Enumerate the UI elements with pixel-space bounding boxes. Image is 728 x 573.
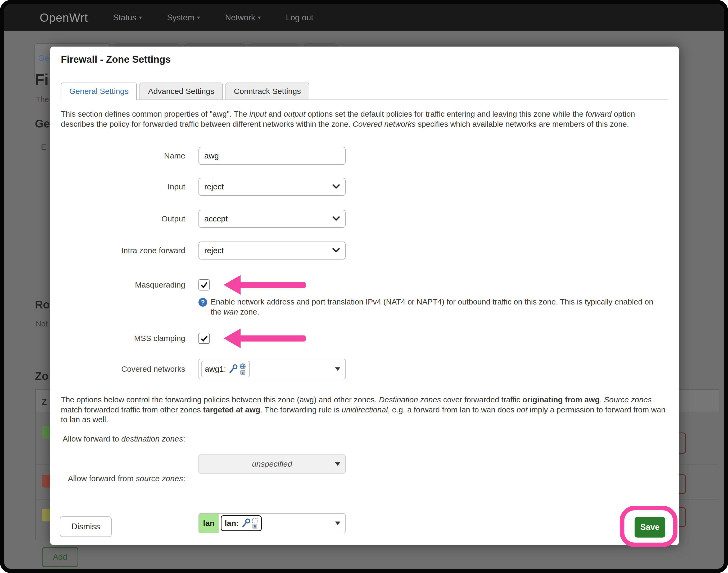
bg-text-fragment: The (36, 95, 49, 104)
chevron-down-icon: ▾ (197, 14, 200, 21)
bg-table-header-fragment: Z (42, 397, 47, 407)
covered-network-token-label: awg1: (205, 365, 226, 373)
modal-title: Firewall - Zone Settings (61, 54, 171, 65)
zone-intro-paragraph: This section defines common properties o… (61, 109, 670, 129)
tab-advanced-settings[interactable]: Advanced Settings (140, 83, 223, 99)
checkmark-icon (200, 281, 208, 289)
chevron-down-icon: ▾ (139, 14, 142, 21)
output-select-value: accept (204, 214, 228, 223)
mss-clamping-checkbox[interactable] (198, 333, 209, 344)
input-label: Input (61, 178, 185, 196)
source-zone-token-input[interactable]: lan: (221, 515, 262, 531)
chevron-down-icon (332, 248, 340, 253)
masquerading-checkbox[interactable] (198, 279, 209, 291)
bg-table-border (35, 389, 36, 540)
bg-section-heading-fragment: Ge (35, 117, 50, 130)
modal-tab-bar: General Settings Advanced Settings Connt… (61, 83, 668, 100)
bg-tab-label-fragment: Ge (38, 53, 49, 63)
help-icon: ? (198, 298, 207, 307)
name-label: Name (61, 147, 185, 165)
covered-networks-combobox[interactable]: awg1: (198, 359, 346, 379)
forward-dest-dropdown[interactable]: unspecified (198, 455, 346, 474)
covered-networks-label: Covered networks (61, 359, 185, 379)
output-select[interactable]: accept (198, 210, 346, 228)
input-select-value: reject (204, 182, 224, 191)
triangle-down-icon (335, 462, 340, 466)
forward-src-combobox[interactable]: lan lan: (198, 513, 346, 533)
bg-text-fragment: E (41, 143, 46, 152)
intra-select-value: reject (204, 246, 224, 255)
source-zone-token-input-label: lan: (225, 519, 239, 528)
intra-zone-forward-label: Intra zone forward (61, 242, 185, 260)
wrench-icon (241, 518, 251, 528)
forward-src-label: Allow forward from source zones: (61, 473, 185, 484)
tab-conntrack-settings[interactable]: Conntrack Settings (226, 83, 309, 99)
annotation-arrow-masquerading (224, 275, 241, 295)
annotation-arrow-masquerading-shaft (240, 282, 306, 288)
input-select[interactable]: reject (198, 178, 346, 196)
bg-text-fragment: Not (36, 320, 48, 328)
zone-settings-modal: Firewall - Zone Settings General Setting… (50, 47, 679, 545)
nav-item-system[interactable]: System▾ (167, 13, 200, 22)
nav-item-status[interactable]: Status▾ (113, 13, 142, 22)
triangle-down-icon (335, 522, 340, 525)
output-label: Output (61, 210, 185, 228)
page-background: OpenWrt Status▾ System▾ Network▾ Log out… (4, 4, 724, 569)
screenshot-stage: OpenWrt Status▾ System▾ Network▾ Log out… (0, 0, 728, 573)
dismiss-button[interactable]: Dismiss (60, 516, 112, 537)
nav-item-network[interactable]: Network▾ (225, 13, 261, 22)
triangle-down-icon (335, 367, 340, 371)
name-field-wrap (198, 147, 346, 165)
annotation-arrow-mss-shaft (240, 335, 306, 342)
masquerading-label: Masquerading (61, 279, 185, 291)
wrench-icon (228, 364, 238, 374)
openwrt-logo: OpenWrt (40, 11, 88, 24)
globe-icon (239, 363, 246, 370)
bg-page-title-fragment: Fi (35, 70, 49, 88)
chevron-down-icon (332, 216, 340, 221)
mss-clamping-label: MSS clamping (61, 333, 185, 344)
annotation-arrow-mss (224, 328, 241, 348)
bg-section-heading-fragment: Zo (35, 370, 48, 382)
port-icon (252, 524, 257, 529)
save-button[interactable]: Save (635, 517, 665, 537)
intra-zone-forward-select[interactable]: reject (198, 242, 346, 260)
masquerading-help-text: Enable network address and port translat… (211, 297, 666, 317)
bg-section-heading-fragment: Ro (35, 298, 50, 311)
forward-dest-label: Allow forward to destination zones: (61, 433, 185, 445)
chevron-down-icon: ▾ (258, 14, 261, 21)
port-icon (240, 370, 245, 375)
bridge-icon (252, 518, 258, 524)
forward-dest-value: unspecified (252, 460, 292, 469)
bg-add-button[interactable]: Add (42, 547, 78, 567)
tab-general-settings[interactable]: General Settings (61, 83, 137, 100)
covered-network-token[interactable]: awg1: (201, 361, 250, 377)
chevron-down-icon (332, 185, 340, 189)
forwarding-paragraph: The options below control the forwarding… (61, 395, 670, 425)
name-input[interactable] (198, 147, 346, 165)
source-zone-token-lan[interactable]: lan (199, 514, 219, 533)
checkmark-icon (200, 334, 208, 342)
nav-item-logout[interactable]: Log out (286, 13, 313, 22)
top-navbar: OpenWrt Status▾ System▾ Network▾ Log out (4, 4, 724, 31)
